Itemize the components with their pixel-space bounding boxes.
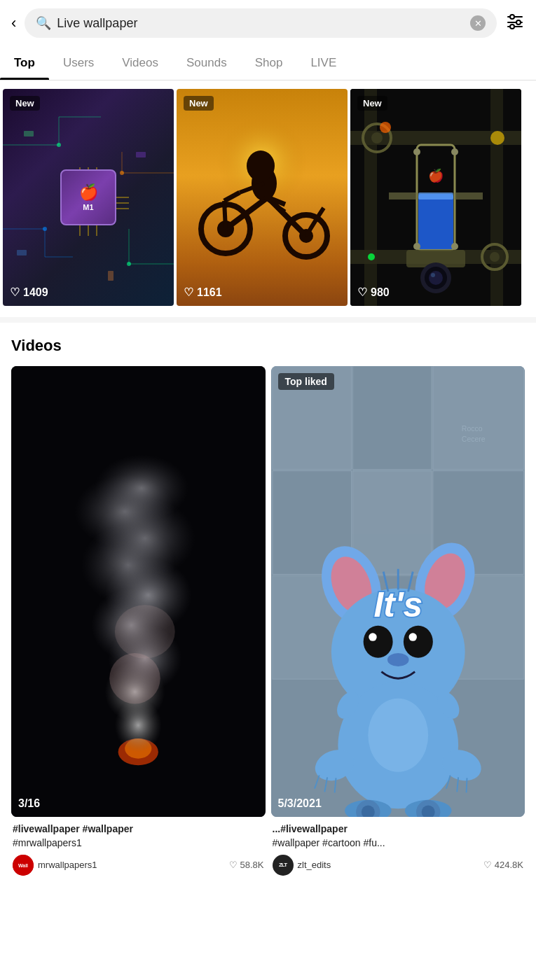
svg-point-76 xyxy=(368,253,375,260)
svg-rect-23 xyxy=(17,250,27,255)
svg-point-111 xyxy=(363,626,392,658)
m1-label: M1 xyxy=(83,203,93,211)
smoke-background xyxy=(11,366,266,817)
tab-shop[interactable]: Shop xyxy=(241,46,297,80)
top-thumbnails-list: 🍎 M1 New ♡ 1409 xyxy=(0,89,536,306)
svg-point-18 xyxy=(43,227,47,231)
svg-line-125 xyxy=(466,778,467,792)
zlt-label: ZLT xyxy=(279,862,287,868)
tab-videos[interactable]: Videos xyxy=(108,46,172,80)
video-hashtags-stitch: ...#livewallpaper #wallpaper #cartoon #f… xyxy=(273,822,524,850)
video-author-row-smoke: Wall mrwallpapers1 ♡ 58.8K xyxy=(13,855,264,876)
author-name-smoke: mrwallpapers1 xyxy=(38,860,97,870)
svg-rect-21 xyxy=(136,152,146,158)
tab-top[interactable]: Top xyxy=(0,46,49,80)
svg-point-73 xyxy=(429,271,443,285)
tab-users[interactable]: Users xyxy=(49,46,108,80)
thumbnail-steampunk[interactable]: 🍎 xyxy=(350,89,521,306)
author-avatar-stitch: ZLT xyxy=(273,855,294,876)
like-number-2: 1161 xyxy=(197,286,222,299)
video-thumbnail-smoke[interactable]: 3/16 xyxy=(11,366,266,817)
svg-point-89 xyxy=(95,455,188,522)
svg-rect-65 xyxy=(455,192,483,200)
video-author-row-stitch: ZLT zlt_edits ♡ 424.8K xyxy=(273,855,524,876)
thumbnail-circuit[interactable]: 🍎 M1 New ♡ 1409 xyxy=(3,89,174,306)
filter-button[interactable] xyxy=(505,11,525,35)
svg-line-49 xyxy=(224,201,226,229)
svg-rect-64 xyxy=(389,192,417,200)
hashtag-bold-smoke: #livewallpaper #wallpaper xyxy=(13,823,133,834)
videos-grid: 3/16 #livewallpaper #wallpaper #mrwallpa… xyxy=(11,366,525,878)
video-thumbnail-stitch[interactable]: Rocco Cecere xyxy=(271,366,525,817)
svg-point-47 xyxy=(247,150,275,181)
hashtag-bold-stitch: ...#livewallpaper xyxy=(273,823,348,834)
svg-point-19 xyxy=(127,262,131,266)
svg-point-67 xyxy=(451,148,458,155)
clear-search-button[interactable]: ✕ xyxy=(470,15,486,31)
video-page-info-stitch: 5/3/2021 xyxy=(278,797,322,810)
top-liked-badge: Top liked xyxy=(278,373,334,390)
svg-rect-55 xyxy=(490,89,503,306)
heart-icon-stitch: ♡ xyxy=(483,860,492,870)
chip-graphic: 🍎 M1 xyxy=(60,169,116,225)
svg-point-5 xyxy=(510,24,514,29)
tab-live[interactable]: LIVE xyxy=(296,46,350,80)
svg-point-113 xyxy=(369,633,376,640)
svg-text:🍎: 🍎 xyxy=(428,168,444,183)
like-count-2: ♡ 1161 xyxy=(184,286,222,299)
svg-point-17 xyxy=(120,171,124,175)
search-bar[interactable]: 🔍 Live wallpaper ✕ xyxy=(25,8,497,38)
svg-point-1 xyxy=(510,15,514,19)
section-divider xyxy=(0,317,536,323)
heart-icon-1: ♡ xyxy=(10,286,20,299)
heart-icon-2: ♡ xyxy=(184,286,193,299)
like-right-stitch: ♡ 424.8K xyxy=(483,860,523,870)
svg-point-115 xyxy=(387,653,408,666)
author-left-stitch: ZLT zlt_edits xyxy=(273,855,331,876)
svg-text:Cecere: Cecere xyxy=(461,435,485,443)
svg-rect-54 xyxy=(364,89,377,306)
search-input-value[interactable]: Live wallpaper xyxy=(57,16,465,31)
svg-point-114 xyxy=(408,633,416,640)
video-card-stitch[interactable]: Rocco Cecere xyxy=(271,366,525,878)
like-number-1: 1409 xyxy=(23,286,48,299)
thumbnail-moto[interactable]: New ♡ 1161 xyxy=(177,89,348,306)
videos-section: Videos xyxy=(0,326,536,878)
video-info-stitch: ...#livewallpaper #wallpaper #cartoon #f… xyxy=(271,817,525,878)
new-badge-moto: New xyxy=(184,96,214,111)
svg-point-68 xyxy=(413,243,420,250)
heart-icon-smoke: ♡ xyxy=(229,860,238,870)
hashtag-extra-smoke: #mrwallpapers1 xyxy=(13,837,82,848)
video-info-smoke: #livewallpaper #wallpaper #mrwallpapers1… xyxy=(11,817,266,878)
svg-point-66 xyxy=(413,148,420,155)
tabs-bar: Top Users Videos Sounds Shop LIVE xyxy=(0,46,536,80)
like-count-3: ♡ 980 xyxy=(357,286,390,299)
new-badge-steampunk: New xyxy=(357,96,387,111)
video-hashtags-smoke: #livewallpaper #wallpaper #mrwallpapers1 xyxy=(13,822,264,850)
svg-rect-96 xyxy=(352,366,432,470)
svg-rect-97 xyxy=(432,366,523,470)
svg-point-16 xyxy=(57,143,61,147)
video-card-smoke[interactable]: 3/16 #livewallpaper #wallpaper #mrwallpa… xyxy=(11,366,266,878)
svg-rect-62 xyxy=(418,192,453,200)
tab-sounds[interactable]: Sounds xyxy=(172,46,241,80)
svg-rect-22 xyxy=(108,271,114,281)
top-thumbnails-section: 🍎 M1 New ♡ 1409 xyxy=(0,80,536,314)
back-button[interactable]: ‹ xyxy=(11,14,16,32)
svg-point-74 xyxy=(431,273,435,277)
new-badge: New xyxy=(10,96,40,111)
like-count-smoke: 58.8K xyxy=(240,860,264,870)
header: ‹ 🔍 Live wallpaper ✕ xyxy=(0,0,536,46)
svg-point-112 xyxy=(403,626,432,658)
svg-text:Rocco: Rocco xyxy=(461,425,482,433)
svg-text:It's: It's xyxy=(373,585,422,624)
svg-point-91 xyxy=(115,605,175,658)
svg-point-59 xyxy=(490,252,500,262)
svg-point-117 xyxy=(368,699,428,772)
svg-text:Wall: Wall xyxy=(18,863,28,868)
svg-point-3 xyxy=(516,20,521,24)
svg-point-75 xyxy=(380,122,391,133)
heart-icon-3: ♡ xyxy=(357,286,367,299)
svg-point-57 xyxy=(371,132,383,144)
author-left-smoke: Wall mrwallpapers1 xyxy=(13,855,97,876)
